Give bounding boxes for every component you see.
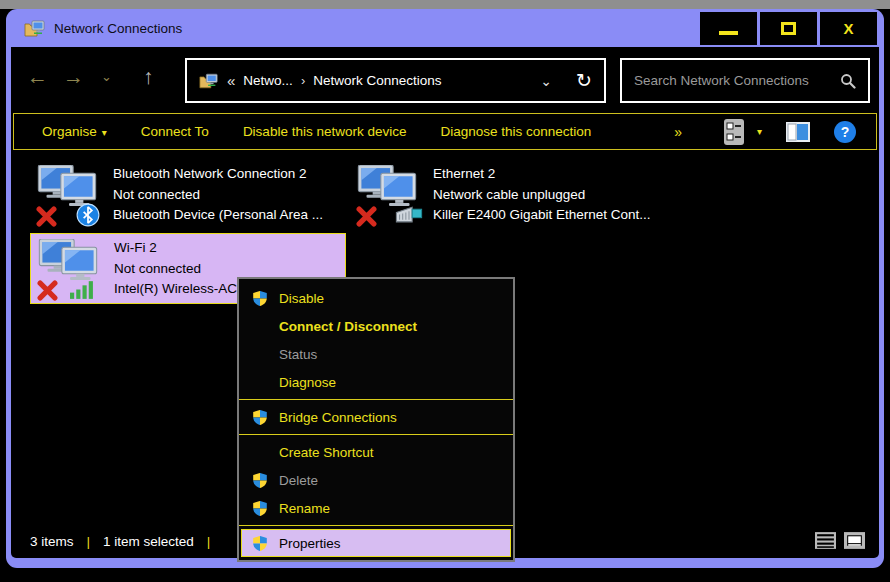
wifi-adapter-icon [37,237,105,301]
context-menu-item-rename[interactable]: Rename [239,494,513,522]
shield-slot [251,500,279,517]
minimize-button[interactable] [700,12,757,45]
search-icon [840,73,856,89]
menu-item-label: Diagnose [279,375,336,390]
address-location-icon [199,72,219,90]
menu-item-label: Rename [279,501,330,516]
menu-item-label: Delete [279,473,318,488]
diagnose-connection-button[interactable]: Diagnose this connection [440,124,591,139]
context-menu-item-bridge-connections[interactable]: Bridge Connections [239,403,513,431]
change-view-button[interactable]: ▾ [724,119,762,145]
connection-status: Not connected [114,259,237,280]
address-bar[interactable]: « Netwo... › Network Connections ⌄ ↻ [185,58,606,103]
context-menu-item-create-shortcut[interactable]: Create Shortcut [239,438,513,466]
menu-item-label: Connect / Disconnect [279,319,417,334]
shield-slot [251,472,279,489]
maximize-button[interactable] [760,12,817,45]
bluetooth-adapter-icon [36,163,104,227]
connect-to-button[interactable]: Connect To [141,124,209,139]
search-input[interactable] [634,73,840,88]
disconnected-x-icon [36,206,57,227]
view-toggle-group [815,532,865,549]
context-menu-item-status: Status [239,340,513,368]
shield-slot [251,535,279,552]
change-view-icon [724,119,744,145]
close-button[interactable]: X [820,12,877,45]
command-toolbar: Organise▾ Connect To Disable this networ… [13,113,877,150]
screen: Network Connections X ← → ⌄ ↑ « Netwo...… [0,0,890,582]
breadcrumb-overflow-chevron[interactable]: « [227,72,235,89]
address-dropdown-chevron-icon[interactable]: ⌄ [540,73,552,89]
up-button[interactable]: ↑ [143,66,154,87]
preview-pane-button[interactable] [786,122,810,142]
network-connections-app-icon [24,19,46,38]
organise-menu-button[interactable]: Organise▾ [42,124,107,139]
connection-device: Bluetooth Device (Personal Area ... [113,205,323,226]
network-monitors-icon [356,165,418,208]
menu-separator [239,525,513,526]
uac-shield-icon [251,500,269,517]
ethernet-plug-icon [394,204,424,225]
close-icon: X [843,20,853,37]
window-controls: X [700,12,877,45]
connection-name: Wi-Fi 2 [114,238,237,259]
disconnected-x-icon [356,206,377,227]
selected-count: 1 item selected [103,534,194,549]
connection-item-bluetooth[interactable]: Bluetooth Network Connection 2 Not conne… [30,160,346,231]
uac-shield-icon [251,535,269,552]
breadcrumb-current[interactable]: Network Connections [313,73,441,88]
context-menu: Disable Connect / Disconnect Status Diag… [237,277,515,562]
context-menu-item-properties[interactable]: Properties [241,529,511,557]
connection-text: Wi-Fi 2 Not connected Intel(R) Wireless-… [105,237,237,300]
maximize-icon [781,22,796,35]
minimize-icon [719,31,738,35]
window-title: Network Connections [54,21,182,36]
organise-caret-icon: ▾ [102,127,107,138]
disconnected-x-icon [37,280,58,301]
context-menu-item-connect-disconnect[interactable]: Connect / Disconnect [239,312,513,340]
context-menu-item-disable[interactable]: Disable [239,284,513,312]
connection-status: Network cable unplugged [433,185,651,206]
refresh-icon[interactable]: ↻ [576,69,592,92]
connection-text: Ethernet 2 Network cable unplugged Kille… [424,163,651,228]
menu-item-label: Disable [279,291,324,306]
uac-shield-icon [251,472,269,489]
shield-slot [251,290,279,307]
toolbar-commands: Organise▾ Connect To Disable this networ… [14,124,591,139]
toolbar-right: » ▾ ? [674,119,876,145]
uac-shield-icon [251,409,269,426]
bluetooth-badge-icon [76,203,100,227]
toolbar-overflow-button[interactable]: » [674,124,682,140]
help-icon: ? [841,124,850,140]
wifi-signal-bars-icon [70,280,95,299]
uac-shield-icon [251,290,269,307]
details-view-button[interactable] [815,532,836,549]
recent-locations-chevron-icon[interactable]: ⌄ [101,69,112,84]
menu-item-label: Status [279,347,317,362]
connection-item-ethernet[interactable]: Ethernet 2 Network cable unplugged Kille… [350,160,666,231]
menu-item-label: Bridge Connections [279,410,397,425]
breadcrumb-separator-icon: › [301,73,305,88]
desktop-strip [0,0,890,9]
status-separator: | [87,534,91,549]
help-button[interactable]: ? [834,121,856,143]
connection-name: Ethernet 2 [433,164,651,185]
status-separator: | [207,534,211,549]
large-icons-view-button[interactable] [844,532,865,549]
connection-status: Not connected [113,185,323,206]
breadcrumb-parent[interactable]: Netwo... [243,73,293,88]
navigation-buttons: ← → ⌄ ↑ [27,47,153,105]
network-monitors-icon [36,165,98,208]
context-menu-item-delete: Delete [239,466,513,494]
context-menu-item-diagnose[interactable]: Diagnose [239,368,513,396]
menu-separator [239,434,513,435]
titlebar[interactable]: Network Connections X [6,9,884,47]
disable-device-button[interactable]: Disable this network device [243,124,407,139]
items-count: 3 items [30,534,74,549]
ethernet-adapter-icon [356,163,424,227]
forward-button[interactable]: → [63,66,84,87]
network-monitors-icon [37,239,99,282]
connection-name: Bluetooth Network Connection 2 [113,164,323,185]
back-button[interactable]: ← [27,66,48,87]
search-box[interactable] [620,58,870,103]
